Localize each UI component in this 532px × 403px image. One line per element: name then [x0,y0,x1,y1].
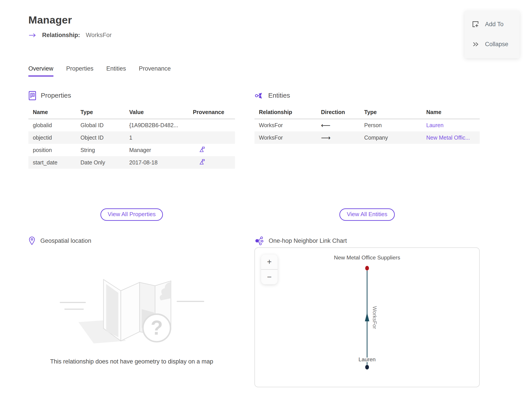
entity-type: Person [360,119,422,131]
property-type: String [76,144,125,156]
overview-content: Properties Entities Name Type Value [28,91,532,387]
action-panel: Add To Collapse [465,11,519,58]
property-provenance [188,119,235,131]
table-row: position String Manager [28,144,235,156]
properties-button-row: View All Properties [28,208,235,222]
provenance-flag-icon[interactable] [199,146,205,153]
properties-header-row: Name Type Value Provenance [28,109,235,119]
property-value: Manager [125,144,188,156]
add-to-icon [472,20,479,28]
entities-button-row: View All Entities [254,208,480,222]
col-name: Name [422,109,480,119]
page-title: Manager [28,14,532,26]
entity-type: Company [360,131,422,144]
relationship-arrow-icon [28,33,36,38]
table-row: WorksFor ⟶ Company New Metal Offic... [254,131,480,144]
tab-provenance[interactable]: Provenance [139,65,171,77]
entities-table-wrap: Relationship Direction Type Name WorksFo… [254,109,480,208]
geospatial-empty-state: ? This relationship does not have geomet… [28,247,235,387]
map-placeholder-illustration: ? [58,259,205,349]
col-value: Value [125,109,188,119]
entity-relationship: WorksFor [254,119,317,131]
add-to-button[interactable]: Add To [465,20,519,28]
edge-arrowhead [365,312,369,321]
direction-arrow: ⟵ [317,119,360,131]
property-name: position [28,144,76,156]
page-header: Manager Relationship: WorksFor [0,0,532,39]
properties-icon [28,91,36,101]
view-all-entities-button[interactable]: View All Entities [339,208,395,221]
property-name: start_date [28,156,76,169]
entities-section-title: Entities [268,91,290,99]
col-name: Name [28,109,76,119]
entities-section-header: Entities [254,91,480,109]
geospatial-section-header: Geospatial location [28,222,235,247]
tab-entities[interactable]: Entities [106,65,126,77]
col-type: Type [76,109,125,119]
table-row: WorksFor ⟵ Person Lauren [254,119,480,131]
tab-bar: Overview Properties Entities Provenance [28,65,532,77]
edge-label: WorksFor [372,306,378,329]
properties-table: Name Type Value Provenance globalid Glob… [28,109,235,169]
property-value: {1A9DB2B6-D482... [125,119,188,131]
table-row: start_date Date Only 2017-08-18 [28,156,235,169]
collapse-button[interactable]: Collapse [465,40,519,48]
relationship-value: WorksFor [86,32,112,39]
property-provenance [188,144,235,156]
company-node[interactable] [365,266,369,271]
entity-name-link[interactable]: New Metal Offic... [422,131,480,144]
property-name: globalid [28,119,76,131]
col-direction: Direction [317,109,360,119]
geospatial-empty-message: This relationship does not have geometry… [50,358,213,365]
entities-header-row: Relationship Direction Type Name [254,109,480,119]
table-row: objectid Object ID 1 [28,131,235,144]
direction-arrow: ⟶ [317,131,360,144]
relationship-label: Relationship: [42,32,80,39]
svg-text:?: ? [151,316,163,339]
zoom-control: + − [261,254,278,284]
properties-section-title: Properties [41,91,71,99]
entity-name-link[interactable]: Lauren [422,119,480,131]
properties-table-wrap: Name Type Value Provenance globalid Glob… [28,109,235,208]
table-row: globalid Global ID {1A9DB2B6-D482... [28,119,235,131]
link-chart-graph: WorksFor New Metal Office Suppliers Laur… [255,248,479,387]
property-type: Object ID [76,131,125,144]
link-chart-icon [254,236,264,246]
property-type: Date Only [76,156,125,169]
entities-icon [254,91,264,100]
entity-relationship: WorksFor [254,131,317,144]
provenance-flag-icon[interactable] [199,158,205,165]
view-all-properties-button[interactable]: View All Properties [101,208,163,221]
collapse-label: Collapse [485,41,508,48]
tab-overview[interactable]: Overview [28,65,53,77]
zoom-out-button[interactable]: − [261,270,278,284]
property-name: objectid [28,131,76,144]
geospatial-section-title: Geospatial location [40,237,91,244]
col-type: Type [360,109,422,119]
link-chart-card: + − WorksFor New Metal Office Suppliers … [254,247,480,387]
breadcrumb: Relationship: WorksFor [28,32,532,39]
entities-table: Relationship Direction Type Name WorksFo… [254,109,480,144]
col-provenance: Provenance [188,109,235,119]
chevrons-right-icon [472,40,479,48]
property-type: Global ID [76,119,125,131]
bottom-node-label: Lauren [358,356,375,362]
top-node-label: New Metal Office Suppliers [334,254,400,260]
property-provenance [188,131,235,144]
col-relationship: Relationship [254,109,317,119]
link-chart-section-header: One-hop Neighbor Link Chart [254,222,480,247]
map-pin-icon [28,236,35,245]
tab-properties[interactable]: Properties [66,65,94,77]
person-node[interactable] [365,365,369,370]
add-to-label: Add To [485,21,504,28]
properties-section-header: Properties [28,91,235,109]
property-value: 2017-08-18 [125,156,188,169]
link-chart-section-title: One-hop Neighbor Link Chart [269,237,347,244]
property-value: 1 [125,131,188,144]
zoom-in-button[interactable]: + [261,254,278,269]
property-provenance [188,156,235,169]
